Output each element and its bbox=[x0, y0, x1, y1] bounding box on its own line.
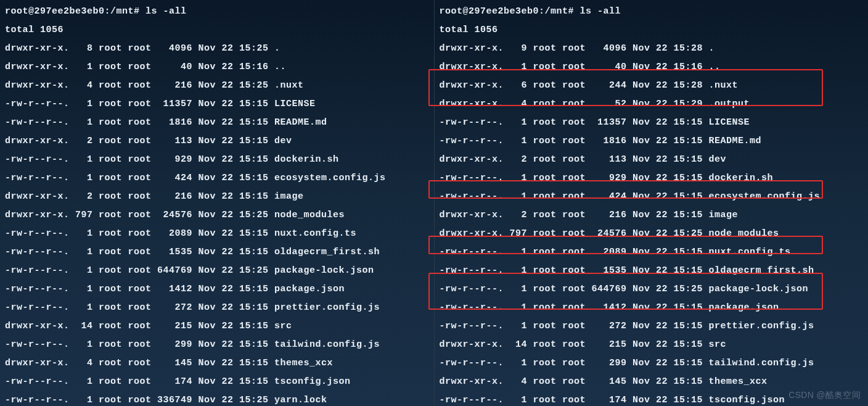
ls-entry: -rw-r--r--. 1 root root 299 Nov 22 15:15… bbox=[440, 354, 864, 373]
ls-entry: drwxr-xr-x. 4 root root 145 Nov 22 15:15… bbox=[5, 354, 429, 373]
ls-entry: drwxr-xr-x. 2 root root 113 Nov 22 15:15… bbox=[440, 151, 864, 169]
ls-entry: -rw-r--r--. 1 root root 1816 Nov 22 15:1… bbox=[440, 132, 864, 151]
ls-entry: -rw-r--r--. 1 root root 272 Nov 22 15:15… bbox=[5, 299, 429, 317]
prompt-line: root@297ee2be3eb0:/mnt# ls -all bbox=[440, 2, 864, 21]
ls-entry: -rw-r--r--. 1 root root 1535 Nov 22 15:1… bbox=[5, 243, 429, 262]
ls-entry: drwxr-xr-x. 2 root root 113 Nov 22 15:15… bbox=[5, 132, 429, 151]
highlight-box bbox=[428, 273, 823, 310]
ls-entry: -rw-r--r--. 1 root root 299 Nov 22 15:15… bbox=[5, 336, 429, 354]
ls-entry: -rw-r--r--. 1 root root 1816 Nov 22 15:1… bbox=[5, 114, 429, 132]
watermark: CSDN @酷奥空间 bbox=[788, 390, 861, 401]
ls-entry: drwxr-xr-x. 14 root root 215 Nov 22 15:1… bbox=[440, 336, 864, 354]
ls-entry: -rw-r--r--. 1 root root 424 Nov 22 15:15… bbox=[5, 169, 429, 188]
ls-entry: drwxr-xr-x. 4 root root 145 Nov 22 15:15… bbox=[440, 373, 864, 391]
ls-entry: drwxr-xr-x. 9 root root 4096 Nov 22 15:2… bbox=[440, 39, 864, 58]
ls-entry: drwxr-xr-x. 1 root root 40 Nov 22 15:16 … bbox=[5, 58, 429, 77]
highlight-box bbox=[428, 69, 823, 106]
total-line: total 1056 bbox=[440, 21, 864, 39]
ls-entry: -rw-r--r--. 1 root root 929 Nov 22 15:15… bbox=[5, 151, 429, 169]
ls-entry: -rw-r--r--. 1 root root 174 Nov 22 15:15… bbox=[5, 373, 429, 391]
ls-entry: -rw-r--r--. 1 root root 11357 Nov 22 15:… bbox=[440, 114, 864, 132]
ls-entry: -rw-r--r--. 1 root root 336749 Nov 22 15… bbox=[5, 391, 429, 406]
terminal-pane-right[interactable]: root@297ee2be3eb0:/mnt# ls -all total 10… bbox=[435, 0, 869, 406]
ls-entry: drwxr-xr-x. 14 root root 215 Nov 22 15:1… bbox=[5, 317, 429, 336]
ls-entry: -rw-r--r--. 1 root root 272 Nov 22 15:15… bbox=[440, 317, 864, 336]
ls-entry: -rw-r--r--. 1 root root 644769 Nov 22 15… bbox=[5, 262, 429, 280]
ls-entry: drwxr-xr-x. 4 root root 216 Nov 22 15:25… bbox=[5, 77, 429, 95]
ls-entry: drwxr-xr-x. 797 root root 24576 Nov 22 1… bbox=[5, 206, 429, 225]
ls-entry: drwxr-xr-x. 8 root root 4096 Nov 22 15:2… bbox=[5, 39, 429, 58]
ls-entry: -rw-r--r--. 1 root root 1412 Nov 22 15:1… bbox=[5, 280, 429, 299]
prompt-line: root@297ee2be3eb0:/mnt# ls -all bbox=[5, 2, 429, 21]
ls-entry: drwxr-xr-x. 2 root root 216 Nov 22 15:15… bbox=[440, 206, 864, 225]
ls-entry: -rw-r--r--. 1 root root 11357 Nov 22 15:… bbox=[5, 95, 429, 114]
ls-entry: -rw-r--r--. 1 root root 2089 Nov 22 15:1… bbox=[5, 225, 429, 243]
total-line: total 1056 bbox=[5, 21, 429, 39]
ls-entry: drwxr-xr-x. 2 root root 216 Nov 22 15:15… bbox=[5, 188, 429, 206]
highlight-box bbox=[428, 180, 823, 199]
highlight-box bbox=[428, 236, 823, 254]
terminal-pane-left[interactable]: root@297ee2be3eb0:/mnt# ls -all total 10… bbox=[0, 0, 435, 406]
